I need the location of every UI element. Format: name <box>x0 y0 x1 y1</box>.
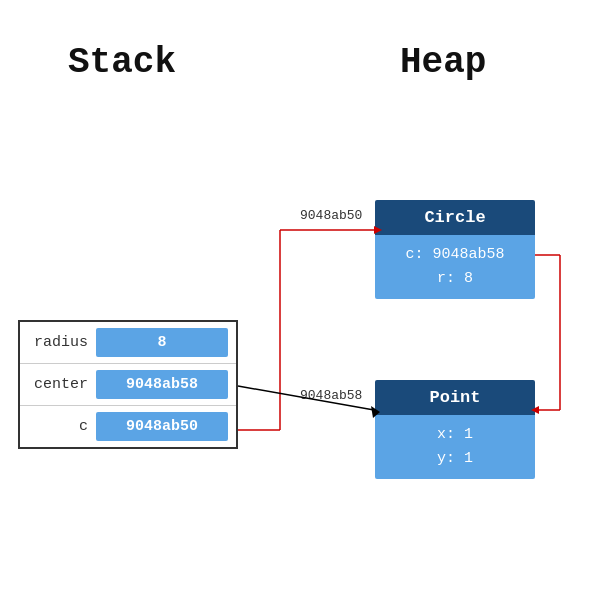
stack-container: radius 8 center 9048ab58 c 9048ab50 <box>18 320 238 449</box>
heap-circle: Circle c: 9048ab58r: 8 <box>375 200 535 299</box>
stack-row-c: c 9048ab50 <box>20 406 236 447</box>
heap-circle-header: Circle <box>375 200 535 235</box>
heap-circle-address: 9048ab50 <box>300 208 362 223</box>
heap-title: Heap <box>400 42 486 83</box>
stack-row-radius: radius 8 <box>20 322 236 364</box>
heap-point-header: Point <box>375 380 535 415</box>
stack-row-center: center 9048ab58 <box>20 364 236 406</box>
stack-label-c: c <box>28 418 88 435</box>
stack-value-c: 9048ab50 <box>96 412 228 441</box>
heap-circle-body: c: 9048ab58r: 8 <box>375 235 535 299</box>
stack-value-radius: 8 <box>96 328 228 357</box>
stack-label-radius: radius <box>28 334 88 351</box>
stack-title: Stack <box>68 42 176 83</box>
stack-label-center: center <box>28 376 88 393</box>
stack-value-center: 9048ab58 <box>96 370 228 399</box>
heap-point: Point x: 1y: 1 <box>375 380 535 479</box>
heap-point-body: x: 1y: 1 <box>375 415 535 479</box>
heap-point-address: 9048ab58 <box>300 388 362 403</box>
arrows-overlay <box>0 0 600 600</box>
